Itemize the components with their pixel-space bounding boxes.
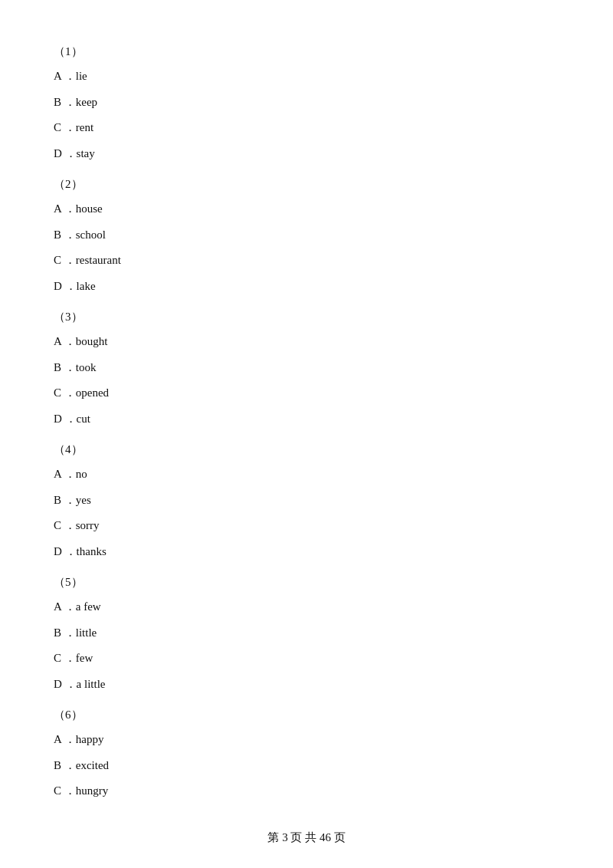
option-q5-b: B ．little xyxy=(54,623,559,643)
option-q5-c: C ．few xyxy=(54,649,559,669)
option-q6-a: A ．happy xyxy=(54,730,559,750)
option-q6-c: C ．hungry xyxy=(54,781,559,801)
question-number-q4: （4） xyxy=(54,442,559,457)
question-number-q3: （3） xyxy=(54,310,559,324)
option-q3-b: B ．took xyxy=(54,358,559,378)
option-q1-a: A ．lie xyxy=(54,67,559,87)
option-q3-c: C ．opened xyxy=(54,383,559,403)
question-number-q6: （6） xyxy=(54,708,559,722)
page-footer: 第 3 页 共 46 页 xyxy=(0,830,613,845)
option-q3-a: A ．bought xyxy=(54,332,559,352)
option-q4-c: C ．sorry xyxy=(54,516,559,536)
option-q3-d: D ．cut xyxy=(54,409,559,429)
option-q5-d: D ．a little xyxy=(54,675,559,695)
option-q2-d: D ．lake xyxy=(54,277,559,297)
question-number-q5: （5） xyxy=(54,575,559,590)
option-q4-a: A ．no xyxy=(54,465,559,485)
question-number-q2: （2） xyxy=(54,177,559,192)
option-q2-c: C ．restaurant xyxy=(54,251,559,271)
option-q4-b: B ．yes xyxy=(54,491,559,511)
page-content: （1）A ．lieB ．keepC ．rentD ．stay（2）A ．hous… xyxy=(0,0,613,853)
option-q5-a: A ．a few xyxy=(54,597,559,617)
option-q6-b: B ．excited xyxy=(54,756,559,776)
option-q2-a: A ．house xyxy=(54,199,559,219)
option-q1-b: B ．keep xyxy=(54,93,559,113)
footer-text: 第 3 页 共 46 页 xyxy=(267,831,345,843)
option-q4-d: D ．thanks xyxy=(54,542,559,562)
option-q1-c: C ．rent xyxy=(54,118,559,138)
option-q2-b: B ．school xyxy=(54,225,559,245)
option-q1-d: D ．stay xyxy=(54,144,559,164)
question-number-q1: （1） xyxy=(54,44,559,59)
